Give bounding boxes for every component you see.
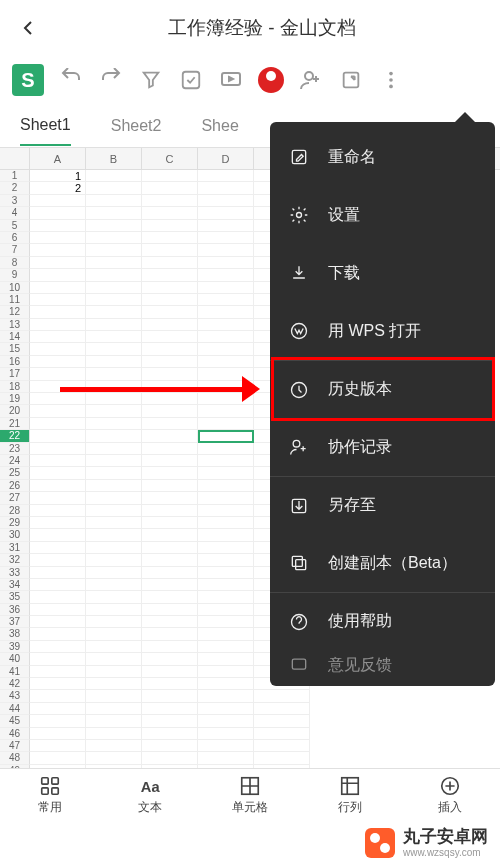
cell[interactable] [198, 467, 254, 479]
cell[interactable] [198, 443, 254, 455]
cell[interactable] [142, 443, 198, 455]
cell[interactable] [198, 492, 254, 504]
nav-insert[interactable]: 插入 [400, 769, 500, 822]
row-header[interactable]: 44 [0, 703, 30, 715]
row-header[interactable]: 47 [0, 740, 30, 752]
tab-sheet2[interactable]: Sheet2 [111, 107, 162, 145]
cell[interactable] [86, 666, 142, 678]
cell[interactable] [198, 306, 254, 318]
row-header[interactable]: 4 [0, 207, 30, 219]
cell[interactable] [86, 604, 142, 616]
cell[interactable] [30, 616, 86, 628]
cell[interactable] [30, 356, 86, 368]
row-header[interactable]: 33 [0, 567, 30, 579]
cell[interactable] [30, 418, 86, 430]
present-icon[interactable] [218, 67, 244, 93]
cell[interactable] [86, 728, 142, 740]
cell[interactable]: 1 [30, 170, 86, 182]
cell[interactable] [30, 195, 86, 207]
cell[interactable] [30, 257, 86, 269]
cell[interactable] [86, 467, 142, 479]
cell[interactable] [198, 430, 254, 442]
cell[interactable] [142, 678, 198, 690]
cell[interactable] [86, 244, 142, 256]
cell[interactable] [86, 232, 142, 244]
cell[interactable] [86, 480, 142, 492]
row-header[interactable]: 46 [0, 728, 30, 740]
cell[interactable] [254, 752, 310, 764]
row-header[interactable]: 41 [0, 666, 30, 678]
row-header[interactable]: 31 [0, 542, 30, 554]
cell[interactable] [198, 505, 254, 517]
cell[interactable] [142, 207, 198, 219]
cell[interactable] [198, 269, 254, 281]
row-header[interactable]: 39 [0, 641, 30, 653]
cell[interactable] [86, 430, 142, 442]
cell[interactable] [86, 170, 142, 182]
cell[interactable] [142, 306, 198, 318]
cell[interactable] [86, 591, 142, 603]
cell[interactable] [86, 306, 142, 318]
cell[interactable] [142, 690, 198, 702]
cell[interactable] [198, 517, 254, 529]
cell[interactable] [30, 715, 86, 727]
cell[interactable] [30, 678, 86, 690]
undo-icon[interactable] [58, 67, 84, 93]
cell[interactable] [30, 467, 86, 479]
cell[interactable] [30, 554, 86, 566]
cell[interactable] [142, 195, 198, 207]
cell[interactable] [198, 418, 254, 430]
cell[interactable] [86, 182, 142, 194]
cell[interactable] [142, 666, 198, 678]
cell[interactable] [142, 715, 198, 727]
cell[interactable] [142, 653, 198, 665]
row-header[interactable]: 13 [0, 319, 30, 331]
row-header[interactable]: 6 [0, 232, 30, 244]
cell[interactable] [198, 282, 254, 294]
cell[interactable] [86, 542, 142, 554]
cell[interactable] [198, 653, 254, 665]
row-header[interactable]: 7 [0, 244, 30, 256]
col-header[interactable]: C [142, 148, 198, 169]
cell[interactable] [30, 244, 86, 256]
cell[interactable] [86, 567, 142, 579]
cell[interactable] [30, 294, 86, 306]
row-header[interactable]: 20 [0, 405, 30, 417]
cell[interactable] [30, 220, 86, 232]
cell[interactable] [86, 195, 142, 207]
checkmark-icon[interactable] [178, 67, 204, 93]
cell[interactable] [142, 220, 198, 232]
cell[interactable] [30, 703, 86, 715]
cell[interactable] [198, 616, 254, 628]
cell[interactable] [86, 257, 142, 269]
cell[interactable] [198, 455, 254, 467]
row-header[interactable]: 24 [0, 455, 30, 467]
cell[interactable] [142, 430, 198, 442]
cell[interactable] [198, 604, 254, 616]
menu-download[interactable]: 下载 [270, 244, 495, 302]
nav-common[interactable]: 常用 [0, 769, 100, 822]
cell[interactable] [86, 455, 142, 467]
cell[interactable] [142, 232, 198, 244]
cell[interactable] [30, 653, 86, 665]
cell[interactable] [142, 529, 198, 541]
cell[interactable] [198, 752, 254, 764]
menu-wps-open[interactable]: 用 WPS 打开 [270, 302, 495, 360]
add-user-icon[interactable] [298, 67, 324, 93]
row-header[interactable]: 28 [0, 505, 30, 517]
cell[interactable] [30, 591, 86, 603]
cell[interactable] [86, 418, 142, 430]
cell[interactable] [142, 244, 198, 256]
cell[interactable] [198, 319, 254, 331]
row-header[interactable]: 16 [0, 356, 30, 368]
cell[interactable] [86, 517, 142, 529]
cell[interactable] [30, 517, 86, 529]
avatar-icon[interactable] [258, 67, 284, 93]
cell[interactable] [198, 728, 254, 740]
row-header[interactable]: 40 [0, 653, 30, 665]
menu-rename[interactable]: 重命名 [270, 128, 495, 186]
cell[interactable] [142, 567, 198, 579]
cell[interactable] [198, 567, 254, 579]
row-header[interactable]: 21 [0, 418, 30, 430]
cell[interactable] [30, 430, 86, 442]
